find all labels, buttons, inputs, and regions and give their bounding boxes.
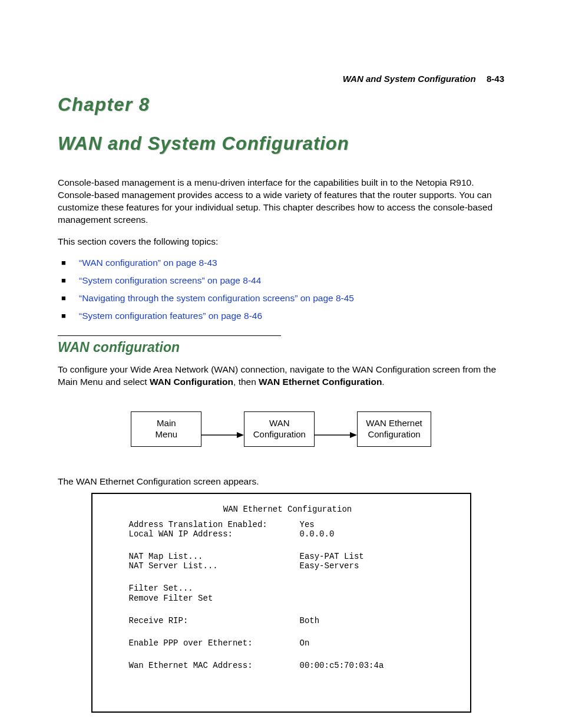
- term-label: Address Translation Enabled:: [129, 520, 300, 529]
- body-text: .: [382, 377, 384, 387]
- svg-marker-3: [350, 432, 357, 438]
- nav-box-line: Configuration: [253, 429, 306, 439]
- list-item: “System configuration features” on page …: [58, 311, 504, 321]
- topics-lead: This section covers the following topics…: [58, 236, 504, 248]
- arrow-icon: [315, 429, 357, 430]
- body-text: , then: [233, 377, 259, 387]
- term-label: NAT Server List...: [129, 561, 300, 571]
- term-value: 0.0.0.0: [300, 529, 335, 539]
- bold-text: WAN Ethernet Configuration: [259, 377, 382, 387]
- running-header: WAN and System Configuration 8-43: [343, 74, 504, 84]
- list-item: “WAN configuration” on page 8-43: [58, 258, 504, 268]
- svg-marker-1: [237, 432, 244, 438]
- term-value: Easy-PAT List: [300, 552, 364, 561]
- term-value: On: [300, 638, 310, 648]
- topic-link[interactable]: “WAN configuration” on page 8-43: [79, 258, 217, 268]
- nav-box-wan-ethernet: WAN Ethernet Configuration: [357, 411, 431, 447]
- term-value: 00:00:c5:70:03:4a: [300, 661, 384, 670]
- term-label: Wan Ethernet MAC Address:: [129, 661, 300, 670]
- chapter-label: Chapter 8: [58, 94, 504, 116]
- nav-box-line: Menu: [156, 429, 178, 439]
- term-value: Yes: [300, 520, 315, 529]
- navigation-diagram: Main Menu WAN Configuration WAN Ethernet…: [58, 411, 504, 447]
- term-value: Easy-Servers: [300, 561, 359, 571]
- topic-link[interactable]: “System configuration screens” on page 8…: [79, 275, 261, 285]
- nav-box-wan-config: WAN Configuration: [244, 411, 315, 447]
- terminal-screen: WAN Ethernet Configuration Address Trans…: [91, 493, 471, 713]
- topic-link[interactable]: “Navigating through the system configura…: [79, 293, 354, 303]
- chapter-title: WAN and System Configuration: [58, 133, 504, 154]
- running-title: WAN and System Configuration: [343, 74, 476, 84]
- nav-box-line: WAN Ethernet: [366, 418, 422, 428]
- term-value: Both: [300, 616, 320, 625]
- topics-list: “WAN configuration” on page 8-43 “System…: [58, 258, 504, 321]
- term-label: Filter Set...: [129, 584, 300, 593]
- term-label: Remove Filter Set: [129, 594, 300, 603]
- arrow-icon: [201, 429, 244, 430]
- section-heading: WAN configuration: [58, 340, 504, 355]
- term-label: Receive RIP:: [129, 616, 300, 625]
- section-body: To configure your Wide Area Network (WAN…: [58, 364, 504, 388]
- nav-box-line: WAN: [269, 418, 289, 428]
- term-label: Local WAN IP Address:: [129, 529, 300, 539]
- nav-box-line: Main: [157, 418, 176, 428]
- term-label: NAT Map List...: [129, 552, 300, 561]
- terminal-caption: The WAN Ethernet Configuration screen ap…: [58, 476, 504, 487]
- intro-paragraph: Console-based management is a menu-drive…: [58, 177, 504, 226]
- term-label: Enable PPP over Ethernet:: [129, 638, 300, 648]
- topic-link[interactable]: “System configuration features” on page …: [79, 311, 262, 321]
- page-number: 8-43: [487, 74, 504, 84]
- section-rule: [58, 335, 281, 336]
- nav-box-main-menu: Main Menu: [131, 411, 201, 447]
- list-item: “Navigating through the system configura…: [58, 293, 504, 304]
- bold-text: WAN Configuration: [150, 377, 233, 387]
- terminal-title: WAN Ethernet Configuration: [129, 505, 447, 514]
- list-item: “System configuration screens” on page 8…: [58, 275, 504, 286]
- nav-box-line: Configuration: [368, 429, 420, 439]
